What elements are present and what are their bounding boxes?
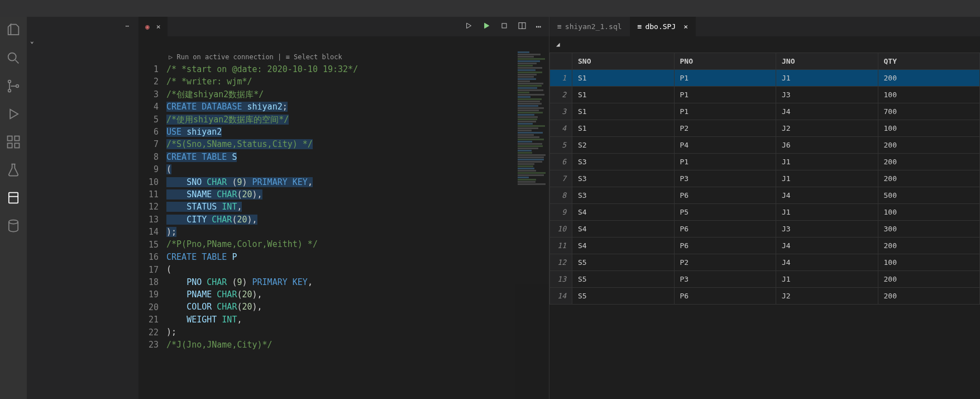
cell[interactable]: P1	[674, 103, 776, 120]
cell[interactable]: P2	[674, 254, 776, 271]
cell[interactable]: S3	[572, 187, 675, 204]
code-line[interactable]: PNAME CHAR(20),	[166, 288, 549, 301]
column-header[interactable]: PNO	[674, 53, 776, 70]
cell[interactable]: J1	[776, 154, 878, 170]
minimap[interactable]	[515, 51, 549, 399]
flask-icon[interactable]	[6, 162, 21, 178]
cell[interactable]: J2	[776, 288, 878, 305]
cell[interactable]: P3	[674, 271, 776, 288]
table-row[interactable]: 7S3P3J1200	[550, 170, 980, 187]
table-row[interactable]: 2S1P1J3100	[550, 87, 980, 103]
code-line[interactable]: /* *writer: wjm*/	[166, 75, 549, 88]
table-row[interactable]: 10S4P6J3300	[550, 221, 980, 238]
cell[interactable]: 200	[878, 154, 980, 170]
code-line[interactable]: STATUS INT,	[166, 201, 549, 213]
cell[interactable]: S5	[572, 254, 675, 271]
code-line[interactable]: CREATE DATABASE shiyan2;	[166, 101, 549, 113]
cell[interactable]: S3	[572, 170, 675, 187]
cell[interactable]: S1	[572, 70, 675, 87]
cell[interactable]: J6	[776, 137, 878, 154]
table-row[interactable]: 1S1P1J1200	[550, 70, 980, 87]
cell[interactable]: J1	[776, 204, 878, 221]
code-line[interactable]: (	[166, 263, 549, 276]
code-line[interactable]: CITY CHAR(20),	[166, 213, 549, 226]
cell[interactable]: P1	[674, 87, 776, 103]
results-tab[interactable]: ≡dbo.SPJ×	[630, 17, 696, 36]
table-row[interactable]: 11S4P6J4200	[550, 238, 980, 254]
column-header[interactable]: SNO	[572, 53, 675, 70]
code-line[interactable]: PNO CHAR (9) PRIMARY KEY,	[166, 276, 549, 288]
column-header[interactable]: QTY	[878, 53, 980, 70]
cell[interactable]: J4	[776, 103, 878, 120]
table-row[interactable]: 9S4P5J1100	[550, 204, 980, 221]
database-icon[interactable]	[6, 218, 21, 234]
cell[interactable]: 100	[878, 87, 980, 103]
extensions-icon[interactable]	[6, 134, 21, 150]
cell[interactable]: 200	[878, 170, 980, 187]
source-control-icon[interactable]	[6, 78, 21, 94]
cell[interactable]: 200	[878, 288, 980, 305]
cell[interactable]: S1	[572, 120, 675, 137]
results-header[interactable]: ◢	[549, 36, 980, 53]
code-line[interactable]: /*创建shiyan2数据库*/	[166, 88, 549, 101]
more-icon[interactable]: ⋯	[536, 21, 541, 32]
code-line[interactable]: );	[166, 226, 549, 238]
cell[interactable]: P6	[674, 288, 776, 305]
cell[interactable]: J3	[776, 87, 878, 103]
cell[interactable]: J1	[776, 271, 878, 288]
cell[interactable]: P6	[674, 187, 776, 204]
cell[interactable]: S5	[572, 271, 675, 288]
cell[interactable]: J1	[776, 170, 878, 187]
code-line[interactable]: /*J(Jno,JName,City)*/	[166, 339, 549, 351]
code-line[interactable]: CREATE TABLE S	[166, 151, 549, 163]
cell[interactable]: S4	[572, 204, 675, 221]
cell[interactable]: P6	[674, 221, 776, 238]
cell[interactable]: 700	[878, 103, 980, 120]
debug-icon[interactable]	[6, 106, 21, 122]
cell[interactable]: 300	[878, 221, 980, 238]
codelens[interactable]: ▷ Run on active connection | ≡ Select bl…	[166, 51, 549, 63]
breadcrumb[interactable]	[138, 36, 549, 51]
cell[interactable]: J4	[776, 254, 878, 271]
cell[interactable]: 200	[878, 271, 980, 288]
more-icon[interactable]: ⋯	[125, 22, 130, 30]
table-row[interactable]: 13S5P3J1200	[550, 271, 980, 288]
cell[interactable]: 100	[878, 120, 980, 137]
sqlserver-icon[interactable]	[6, 190, 21, 206]
code-line[interactable]: SNAME CHAR(20),	[166, 188, 549, 201]
cell[interactable]: S3	[572, 154, 675, 170]
code-line[interactable]: CREATE TABLE P	[166, 251, 549, 263]
stop-icon[interactable]	[500, 21, 509, 30]
table-row[interactable]: 14S5P6J2200	[550, 288, 980, 305]
files-icon[interactable]	[6, 22, 21, 38]
table-row[interactable]: 6S3P1J1200	[550, 154, 980, 170]
cell[interactable]: S4	[572, 238, 675, 254]
run-icon[interactable]	[482, 21, 491, 30]
results-tab[interactable]: ≡shiyan2_1.sql	[549, 17, 630, 36]
code-line[interactable]: (	[166, 163, 549, 175]
cell[interactable]: 500	[878, 187, 980, 204]
cell[interactable]: J3	[776, 221, 878, 238]
cell[interactable]: P5	[674, 204, 776, 221]
cell[interactable]: 200	[878, 70, 980, 87]
sidebar-section-header[interactable]: ⌄	[27, 35, 138, 47]
table-row[interactable]: 5S2P4J6200	[550, 137, 980, 154]
cell[interactable]: S1	[572, 103, 675, 120]
editor-tab[interactable]: ◉ ×	[138, 17, 168, 36]
code-line[interactable]: /*使用shiyan2数据库的空间*/	[166, 113, 549, 126]
close-icon[interactable]: ×	[683, 22, 688, 31]
code-line[interactable]: USE shiyan2	[166, 126, 549, 138]
cell[interactable]: J2	[776, 120, 878, 137]
cell[interactable]: 200	[878, 238, 980, 254]
cell[interactable]: 100	[878, 254, 980, 271]
search-icon[interactable]	[6, 50, 21, 66]
cell[interactable]: S5	[572, 288, 675, 305]
close-icon[interactable]: ×	[156, 22, 161, 31]
cell[interactable]: P2	[674, 120, 776, 137]
table-row[interactable]: 4S1P2J2100	[550, 120, 980, 137]
cell[interactable]: S1	[572, 87, 675, 103]
code-line[interactable]: );	[166, 326, 549, 338]
cell[interactable]: P6	[674, 238, 776, 254]
cell[interactable]: P1	[674, 154, 776, 170]
results-table[interactable]: SNOPNOJNOQTY1S1P1J12002S1P1J31003S1P1J47…	[549, 53, 980, 399]
